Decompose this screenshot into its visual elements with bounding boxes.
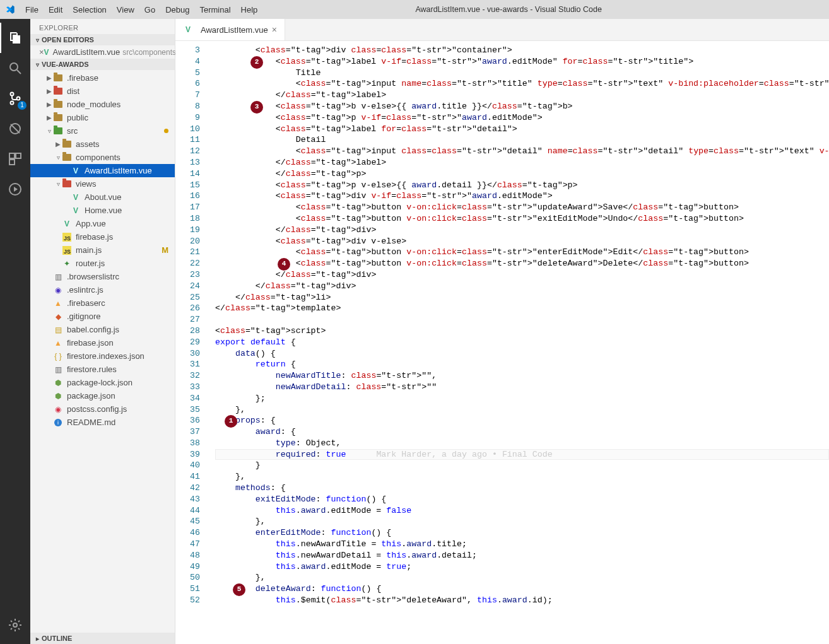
menu-debug[interactable]: Debug (160, 5, 194, 15)
twisty-icon: ▶ (45, 101, 53, 108)
menu-selection[interactable]: Selection (68, 5, 111, 15)
modified-dot (164, 129, 168, 133)
svg-point-12 (13, 623, 17, 627)
file-row[interactable]: ▥.browserslistrc (30, 270, 175, 283)
twisty-icon: ▶ (45, 114, 53, 121)
tab-awardlistitem[interactable]: V AwardListItem.vue × (175, 19, 285, 40)
folder-icon (62, 153, 72, 163)
tree-label: .firebaserc (67, 298, 105, 308)
code-content[interactable]: <class="t-tag">div class=class="t-str">"… (210, 41, 829, 644)
activity-search[interactable] (0, 53, 30, 83)
outline-label: OUTLINE (42, 635, 72, 642)
close-icon[interactable]: × (39, 47, 44, 57)
activity-extensions[interactable] (0, 144, 30, 174)
folder-row[interactable]: ▶node_modules (30, 98, 175, 111)
close-icon[interactable]: × (272, 25, 277, 35)
vue-icon: V (71, 192, 81, 202)
file-row[interactable]: VAwardListItem.vue (30, 164, 175, 177)
babel-icon: ▤ (53, 325, 63, 335)
svg-line-1 (17, 70, 21, 74)
activity-bar: 1 (0, 19, 30, 644)
activity-settings[interactable] (0, 610, 30, 640)
twisty-icon: ▶ (45, 88, 53, 95)
tree-label: About.vue (85, 192, 122, 202)
file-row[interactable]: ▲.firebaserc (30, 296, 175, 310)
folder-icon (62, 179, 72, 189)
open-editors-label: OPEN EDITORS (42, 36, 94, 44)
folder-row[interactable]: ▿views (30, 177, 175, 190)
menu-help[interactable]: Help (236, 5, 263, 15)
svg-point-3 (11, 102, 14, 105)
file-row[interactable]: ▥firestore.rules (30, 363, 175, 376)
chevron-right-icon: ▸ (33, 635, 42, 642)
activity-debug-alt[interactable] (0, 114, 30, 144)
package-icon: ⬢ (53, 378, 63, 388)
open-editors-section[interactable]: ▿ OPEN EDITORS (30, 34, 175, 45)
folder-row[interactable]: ▶public (30, 111, 175, 124)
activity-references[interactable] (0, 174, 30, 204)
outline-section[interactable]: ▸ OUTLINE (30, 633, 175, 644)
project-section[interactable]: ▿ VUE-AWARDS (30, 59, 175, 70)
file-row[interactable]: JSmain.jsM (30, 243, 175, 257)
vue-icon: V (71, 206, 81, 216)
file-row[interactable]: { }firestore.indexes.json (30, 349, 175, 363)
menu-edit[interactable]: Edit (44, 5, 68, 15)
tree-label: dist (67, 86, 79, 96)
tree-label: main.js (76, 245, 102, 255)
file-row[interactable]: iREADME.md (30, 416, 175, 429)
file-row[interactable]: ◉.eslintrc.js (30, 283, 175, 296)
sidebar-title: EXPLORER (30, 19, 175, 34)
file-row[interactable]: ◉postcss.config.js (30, 402, 175, 416)
folder-icon (53, 73, 63, 83)
menu-file[interactable]: File (20, 5, 44, 15)
folder-row[interactable]: ▶dist (30, 85, 175, 98)
package-icon: ⬢ (53, 391, 63, 401)
activity-scm[interactable]: 1 (0, 83, 30, 114)
activity-explorer[interactable] (0, 23, 30, 53)
info-icon: i (53, 418, 63, 428)
file-row[interactable]: VHome.vue (30, 204, 175, 217)
file-row[interactable]: ▲firebase.json (30, 336, 175, 349)
tree-label: .firebase (67, 73, 98, 83)
tree-label: firebase.json (67, 338, 114, 348)
file-row[interactable]: ⬢package.json (30, 389, 175, 402)
twisty-icon: ▶ (45, 74, 53, 81)
menu-terminal[interactable]: Terminal (194, 5, 235, 15)
vue-icon: V (71, 166, 81, 176)
tree-label: components (76, 153, 121, 162)
folder-row[interactable]: ▿components (30, 151, 175, 164)
tree-label: src (67, 126, 78, 136)
file-row[interactable]: VApp.vue (30, 217, 175, 230)
code-area[interactable]: 3456789101112131415161718192021222324252… (175, 41, 829, 644)
firebase-icon: ▲ (53, 338, 63, 348)
menu-bar: File Edit Selection View Go Debug Termin… (20, 5, 262, 15)
file-icon: ▥ (53, 365, 63, 375)
svg-rect-8 (16, 153, 21, 158)
line-gutter: 3456789101112131415161718192021222324252… (175, 41, 210, 644)
editor-tabs: V AwardListItem.vue × (175, 19, 829, 41)
file-row[interactable]: ⬢package-lock.json (30, 376, 175, 389)
json-icon: { } (53, 351, 63, 361)
file-row[interactable]: ✦router.js (30, 257, 175, 270)
tree-label: .gitignore (67, 312, 100, 321)
open-editor-item[interactable]: × V AwardListItem.vue src\components (30, 45, 175, 59)
file-row[interactable]: ▤babel.config.js (30, 323, 175, 336)
menu-view[interactable]: View (112, 5, 139, 15)
folder-row[interactable]: ▶.firebase (30, 71, 175, 85)
vue-icon: V (44, 47, 49, 57)
menu-go[interactable]: Go (139, 5, 160, 15)
file-row[interactable]: JSfirebase.js (30, 230, 175, 243)
folder-row[interactable]: ▶assets (30, 138, 175, 151)
tree-label: Home.vue (85, 206, 122, 215)
git-icon: ◆ (53, 312, 63, 322)
file-tree: ▶.firebase▶dist▶node_modules▶public▿src▶… (30, 70, 175, 431)
tree-label: AwardListItem.vue (85, 166, 152, 175)
file-row[interactable]: ◆.gitignore (30, 310, 175, 323)
file-icon: ▥ (53, 272, 63, 282)
folder-row[interactable]: ▿src (30, 124, 175, 138)
svg-line-6 (11, 124, 20, 133)
firebase-icon: ▲ (53, 298, 63, 308)
chevron-down-icon: ▿ (33, 61, 42, 68)
editor-area: V AwardListItem.vue × 345678910111213141… (175, 19, 829, 644)
file-row[interactable]: VAbout.vue (30, 190, 175, 204)
